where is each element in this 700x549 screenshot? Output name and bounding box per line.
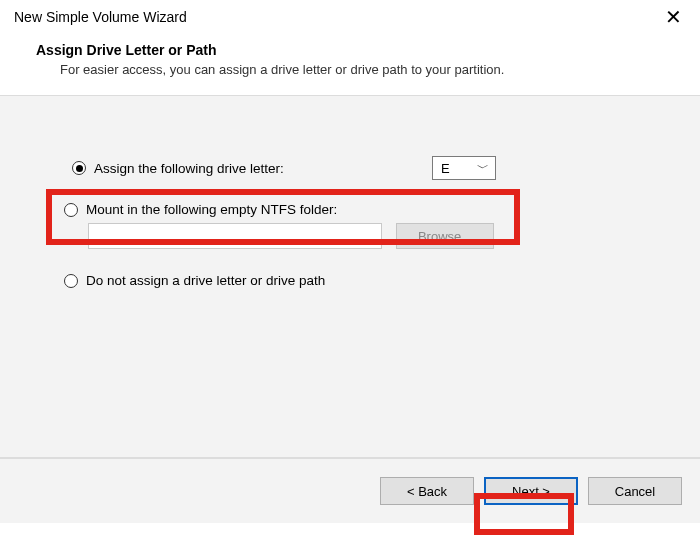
step-description: For easier access, you can assign a driv…: [36, 62, 660, 77]
option-label: Mount in the following empty NTFS folder…: [86, 202, 337, 217]
option-label: Assign the following drive letter:: [94, 161, 284, 176]
drive-letter-select[interactable]: E ﹀: [432, 156, 496, 180]
wizard-header: Assign Drive Letter or Path For easier a…: [0, 34, 700, 95]
cancel-button[interactable]: Cancel: [588, 477, 682, 505]
next-button[interactable]: Next >: [484, 477, 578, 505]
window-title: New Simple Volume Wizard: [14, 9, 187, 25]
step-title: Assign Drive Letter or Path: [36, 42, 660, 58]
wizard-footer: < Back Next > Cancel: [0, 458, 700, 523]
chevron-down-icon: ﹀: [477, 160, 489, 177]
back-button[interactable]: < Back: [380, 477, 474, 505]
window-titlebar: New Simple Volume Wizard ✕: [0, 0, 700, 34]
option-assign-drive-letter[interactable]: Assign the following drive letter: E ﹀: [60, 152, 508, 184]
wizard-content: Assign the following drive letter: E ﹀ M…: [0, 96, 700, 457]
mount-folder-path-input[interactable]: [88, 223, 382, 249]
browse-button: Browse...: [396, 223, 494, 249]
radio-icon[interactable]: [64, 203, 78, 217]
radio-icon[interactable]: [72, 161, 86, 175]
option-mount-folder[interactable]: Mount in the following empty NTFS folder…: [60, 202, 640, 217]
radio-icon[interactable]: [64, 274, 78, 288]
option-no-assign[interactable]: Do not assign a drive letter or drive pa…: [60, 273, 640, 288]
close-icon[interactable]: ✕: [657, 3, 690, 31]
option-label: Do not assign a drive letter or drive pa…: [86, 273, 325, 288]
drive-letter-value: E: [441, 161, 450, 176]
